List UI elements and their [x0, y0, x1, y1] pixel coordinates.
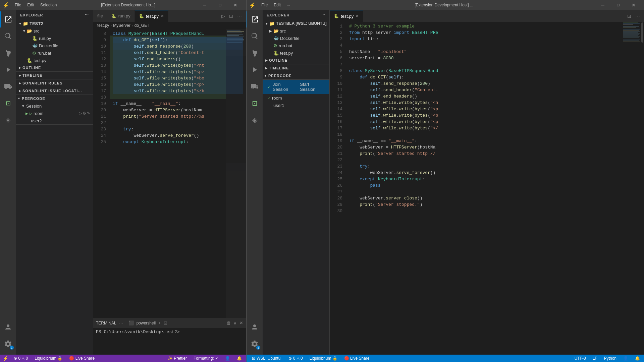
- sonarlint-rules-header[interactable]: ▶ SONARLINT RULES: [16, 79, 93, 87]
- right-peercode-user[interactable]: user1: [263, 102, 329, 109]
- right-activity-explorer[interactable]: [247, 11, 263, 27]
- right-status-remote[interactable]: ⊡ WSL: Ubuntu: [249, 355, 283, 362]
- right-scrollbar-thumb[interactable]: [641, 22, 643, 43]
- right-activity-settings[interactable]: 1: [247, 336, 263, 352]
- terminal-add[interactable]: +: [158, 320, 161, 325]
- right-tab-more-icon[interactable]: ⋯: [634, 13, 641, 19]
- minimize-btn[interactable]: ─: [197, 0, 212, 10]
- right-tree-test-py[interactable]: 🐍 test.py: [263, 49, 329, 57]
- right-status-lf[interactable]: LF: [591, 356, 599, 361]
- status-left-errors[interactable]: ⊗ 0 △ 0: [12, 356, 29, 361]
- right-minimize-btn[interactable]: ─: [595, 0, 610, 10]
- tree-run-bat[interactable]: ⚙ run.bat: [16, 49, 93, 57]
- terminal-close[interactable]: ✕: [239, 320, 243, 325]
- room-edit-icon[interactable]: ✎: [87, 111, 90, 116]
- status-left-bell-icon[interactable]: 🔔: [235, 356, 243, 361]
- right-code-editor[interactable]: 12345 678910 1112131415 1617181920 21222…: [330, 22, 644, 355]
- tab-more-icon[interactable]: ⋯: [236, 13, 243, 19]
- maximize-btn[interactable]: □: [212, 0, 228, 10]
- right-code-content[interactable]: # Python 3 server example from http.serv…: [346, 22, 644, 355]
- left-code-content[interactable]: class MyServer(BaseHTTPRequestHandl def …: [110, 29, 246, 318]
- tab-test-py-close-left[interactable]: ✕: [161, 14, 164, 18]
- left-code-editor[interactable]: 891011121314 15161718192021 22232425 cla…: [93, 29, 246, 318]
- new-file-icon[interactable]: ⋯: [85, 13, 89, 17]
- terminal-split[interactable]: ⊡: [164, 320, 167, 325]
- right-tab-test-py-close[interactable]: ✕: [356, 14, 359, 18]
- right-activity-extensions[interactable]: [247, 78, 263, 95]
- right-tab-test-py[interactable]: 🐍 test.py ✕: [330, 10, 363, 22]
- right-activity-remote[interactable]: ⊡: [247, 95, 263, 111]
- tree-root-folder[interactable]: ▼ 📁 TEST2: [16, 20, 93, 27]
- status-left-prettier[interactable]: ✨ Prettier: [166, 356, 188, 361]
- room-run-icon[interactable]: ▷: [79, 111, 82, 116]
- breadcrumb-file[interactable]: test.py: [97, 23, 109, 28]
- right-activity-git[interactable]: [247, 45, 263, 61]
- right-status-account[interactable]: 👤: [622, 356, 630, 361]
- right-explorer-more[interactable]: ⋯: [321, 13, 325, 17]
- right-close-btn[interactable]: ✕: [626, 0, 641, 10]
- right-status-bell[interactable]: 🔔: [634, 356, 641, 361]
- tab-test-py-left[interactable]: 🐍 test.py ✕: [135, 10, 168, 22]
- room-settings-icon[interactable]: ⚙: [83, 111, 86, 116]
- terminal-content-left[interactable]: PS C:\Users\vanik\Desktop\test2>: [93, 328, 246, 355]
- right-status-errors[interactable]: ⊗ 0 △ 0: [287, 356, 304, 361]
- right-activity-run[interactable]: [247, 62, 263, 78]
- terminal-more[interactable]: ⋯: [119, 321, 123, 325]
- status-left-remote-icon[interactable]: ⚡: [3, 356, 8, 361]
- activity-remote[interactable]: ⊡: [0, 95, 16, 111]
- right-tab-split-icon[interactable]: ⊡: [626, 13, 633, 19]
- right-tree-src[interactable]: ▶ 📂 src: [263, 27, 329, 35]
- activity-account[interactable]: [0, 319, 16, 335]
- right-outline-header[interactable]: ▶ OUTLINE: [263, 57, 329, 64]
- status-left-liveshare[interactable]: 🔴 Live Share: [68, 356, 96, 361]
- menu-file[interactable]: File: [12, 2, 24, 8]
- right-activity-account[interactable]: [247, 319, 263, 335]
- right-menu-edit[interactable]: Edit: [271, 2, 283, 8]
- status-left-formatting[interactable]: Formatting: ✓: [192, 356, 220, 361]
- right-peercode-room-container[interactable]: ✓ room: [263, 94, 329, 102]
- tree-dockerfile[interactable]: 🐳 Dockerfile: [16, 42, 93, 49]
- right-menu-more[interactable]: ···: [284, 2, 293, 8]
- right-menu-file[interactable]: File: [259, 2, 270, 8]
- breadcrumb-method[interactable]: do_GET: [135, 23, 150, 28]
- peercode-session-item[interactable]: ▼ Session: [16, 102, 93, 110]
- activity-peercode[interactable]: ◈: [0, 112, 16, 128]
- status-left-account-icon[interactable]: 👤: [224, 356, 231, 361]
- tab-run-py[interactable]: 🐍 run.py: [107, 10, 135, 22]
- right-tree-run-bat[interactable]: ⚙ run.bat: [263, 42, 329, 49]
- activity-run[interactable]: [0, 62, 16, 78]
- activity-search[interactable]: [0, 28, 16, 44]
- right-status-utf8[interactable]: UTF-8: [573, 356, 587, 361]
- peercode-header-left[interactable]: ▼ PEERCODE: [16, 95, 93, 102]
- right-tree-root[interactable]: ▼ 📁 TESTBLA [WSL: UBUNTU]: [263, 20, 329, 27]
- close-btn[interactable]: ✕: [228, 0, 243, 10]
- right-activity-search[interactable]: [247, 28, 263, 44]
- right-maximize-btn[interactable]: □: [610, 0, 626, 10]
- right-timeline-header[interactable]: ▶ TIMELINE: [263, 64, 329, 72]
- tab-file[interactable]: file: [93, 10, 107, 22]
- right-status-python[interactable]: Python: [603, 356, 618, 361]
- activity-extensions[interactable]: [0, 78, 16, 95]
- breadcrumb-class[interactable]: MyServer: [113, 23, 130, 28]
- tab-run-icon[interactable]: ▷: [220, 13, 226, 19]
- peercode-user-item[interactable]: user2: [16, 117, 93, 124]
- right-scrollbar[interactable]: [641, 22, 644, 355]
- sonarlint-issues-header[interactable]: ▶ SONARLINT ISSUE LOCATI...: [16, 87, 93, 95]
- tree-run-py[interactable]: 🐍 run.py: [16, 35, 93, 42]
- tree-test-py-left[interactable]: 🐍 test.py: [16, 57, 93, 64]
- tree-src[interactable]: ▼ 📂 src: [16, 27, 93, 35]
- status-left-liquidibrium[interactable]: Liquidibrium 🔒: [33, 356, 64, 361]
- peercode-join-start-item[interactable]: ✓ Join Session Start Session: [263, 80, 329, 94]
- menu-selection[interactable]: Selection: [38, 2, 59, 8]
- timeline-header[interactable]: ▶ TIMELINE: [16, 72, 93, 79]
- right-activity-peercode[interactable]: ◈: [247, 112, 263, 128]
- right-tree-dockerfile[interactable]: 🐳 Dockerfile: [263, 35, 329, 42]
- terminal-trash[interactable]: 🗑: [226, 320, 231, 325]
- terminal-chevron[interactable]: ∧: [233, 320, 237, 325]
- right-peercode-header[interactable]: ▼ PEERCODE: [263, 72, 329, 79]
- activity-git[interactable]: [0, 45, 16, 61]
- activity-explorer[interactable]: [0, 11, 16, 27]
- activity-settings[interactable]: 1: [0, 336, 16, 352]
- tab-split-icon[interactable]: ⊡: [228, 13, 234, 19]
- peercode-room-item[interactable]: ▶ ▷ room ▷ ⚙ ✎: [16, 110, 93, 117]
